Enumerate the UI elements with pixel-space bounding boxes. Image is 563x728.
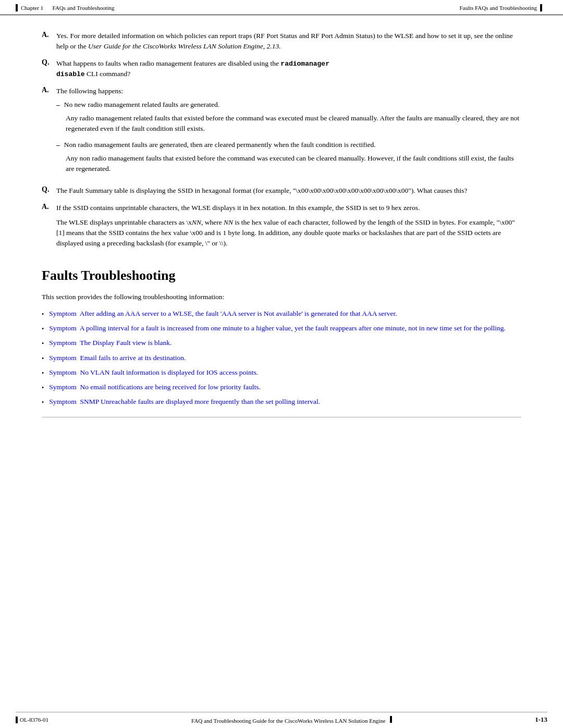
dash-1: – [56,100,60,110]
header-right: Faults FAQs and Troubleshooting [459,4,542,11]
a3-italic2: NN [224,218,233,226]
symptom-item-2: • Symptom A polling interval for a fault… [42,323,521,334]
qa-label-a2: A. [42,86,56,180]
header-left-bar [16,4,18,11]
symptom-item-1: • Symptom After adding an AAA server to … [42,309,521,319]
symptom-bullet-2: • [42,324,44,334]
symptom-word-2: Symptom [49,324,77,332]
qa-item-a2: A. The following happens: – No new radio… [42,86,521,180]
italic-text-a1: User Guide for the CiscoWorks Wireless L… [88,42,281,50]
symptom-bullet-5: • [42,368,44,378]
footer-center-right-bar [390,716,392,723]
qa-content-q2: What happens to faults when radio manage… [56,58,521,80]
indent-text-2: Any non radio management faults that exi… [66,153,521,175]
symptom-item-6: • Symptom No email notifications are bei… [42,382,521,392]
header-title: FAQs and Troubleshooting [53,5,115,11]
footer-doc-number: OL-8376-01 [20,717,48,723]
symptom-link-2[interactable]: Symptom A polling interval for a fault i… [49,323,506,334]
bullet-list-a2: – No new radio management related faults… [56,100,521,110]
faults-section-heading: Faults Troubleshooting [42,268,521,283]
page-header: Chapter 1 FAQs and Troubleshooting Fault… [0,0,563,15]
symptom-item-4: • Symptom Email fails to arrive at its d… [42,353,521,363]
code-radiomanager: radiomanagerdisable [56,60,329,79]
qa-item-a3: A. If the SSID contains unprintable char… [42,203,521,253]
symptom-bullet-3: • [42,339,44,348]
symptom-bullet-1: • [42,310,44,319]
a3-italic: NN [192,218,201,226]
symptom-word-3: Symptom [49,339,77,347]
header-chapter: Chapter 1 [21,5,43,11]
symptom-word-6: Symptom [49,383,77,391]
section-intro: This section provides the following trou… [42,292,521,302]
qa-label-a3: A. [42,203,56,253]
qa-item-q2: Q. What happens to faults when radio man… [42,58,521,80]
symptom-link-3[interactable]: Symptom The Display Fault view is blank. [49,338,172,348]
symptom-word-7: Symptom [49,398,77,405]
symptom-bullet-6: • [42,383,44,392]
a3-para1: If the SSID contains unprintable charact… [56,203,521,213]
symptom-item-3: • Symptom The Display Fault view is blan… [42,338,521,348]
dash-2: – [56,140,60,150]
header-right-bar [540,4,542,11]
symptom-list: • Symptom After adding an AAA server to … [42,309,521,408]
symptom-item-5: • Symptom No VLAN fault information is d… [42,367,521,378]
qa-content-q3: The Fault Summary table is displaying th… [56,186,521,196]
footer-right: 1-13 [535,715,547,724]
qa-item-q3: Q. The Fault Summary table is displaying… [42,186,521,196]
symptom-link-7[interactable]: Symptom SNMP Unreachable faults are disp… [49,397,320,407]
bullet-list-a2b: – Non radio management faults are genera… [56,140,521,150]
qa-item-a1: A. Yes. For more detailed information on… [42,31,521,52]
bullet-item-1: – No new radio management related faults… [56,100,521,110]
footer-left: OL-8376-01 [16,717,48,723]
header-separator [46,5,50,11]
qa-label-a1: A. [42,31,56,52]
qa-label-q2: Q. [42,58,56,80]
header-left: Chapter 1 FAQs and Troubleshooting [16,4,115,11]
qa-content-a1: Yes. For more detailed information on wh… [56,31,521,52]
header-right-title: Faults FAQs and Troubleshooting [459,5,537,11]
bullet-text-1: No new radio management related faults a… [64,100,219,110]
symptom-word-1: Symptom [49,310,77,317]
symptom-word-5: Symptom [49,368,77,376]
symptom-item-7: • Symptom SNMP Unreachable faults are di… [42,397,521,407]
main-content: A. Yes. For more detailed information on… [0,15,563,438]
section-divider [42,417,521,417]
symptom-link-1[interactable]: Symptom After adding an AAA server to a … [49,309,397,319]
qa-content-a2: The following happens: – No new radio ma… [56,86,521,180]
symptom-bullet-4: • [42,354,44,363]
footer-center-text: FAQ and Troubleshooting Guide for the Ci… [191,718,385,724]
footer-content: OL-8376-01 FAQ and Troubleshooting Guide… [0,712,563,728]
a3-para2: The WLSE displays unprintable characters… [56,217,521,249]
symptom-bullet-7: • [42,398,44,407]
footer-left-bar [16,717,18,723]
symptom-word-4: Symptom [49,354,77,362]
symptom-link-6[interactable]: Symptom No email notifications are being… [49,382,261,392]
indent-text-1: Any radio management related faults that… [66,113,521,134]
qa-content-a3: If the SSID contains unprintable charact… [56,203,521,253]
symptom-link-5[interactable]: Symptom No VLAN fault information is dis… [49,367,258,378]
symptom-link-4[interactable]: Symptom Email fails to arrive at its des… [49,353,186,363]
page-footer: OL-8376-01 FAQ and Troubleshooting Guide… [0,712,563,728]
bullet-item-2: – Non radio management faults are genera… [56,140,521,150]
qa-label-q3: Q. [42,186,56,196]
footer-page-number: 1-13 [535,715,547,724]
bullet-text-2: Non radio management faults are generate… [64,140,376,150]
footer-center: FAQ and Troubleshooting Guide for the Ci… [48,716,535,724]
